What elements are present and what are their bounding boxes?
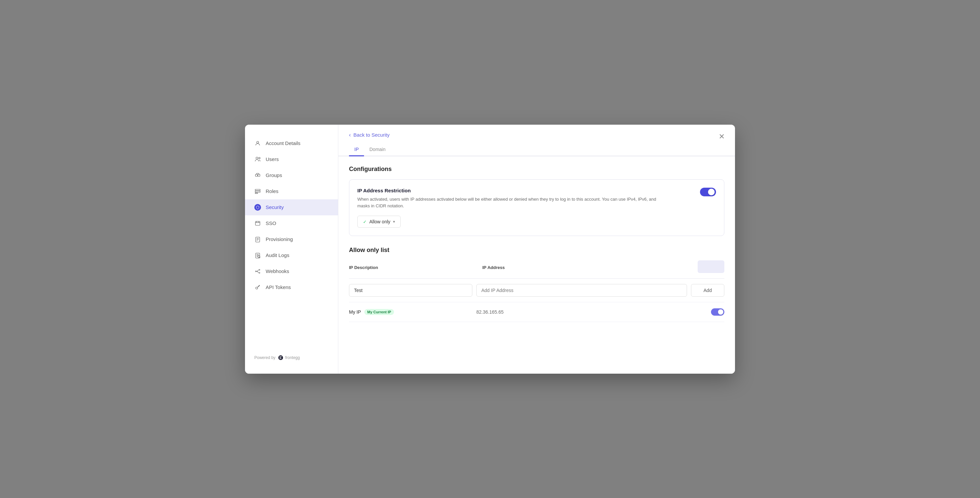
allow-mode-label: Allow only [369, 219, 390, 224]
sidebar-label-account-details: Account Details [266, 140, 300, 146]
back-to-security[interactable]: ‹ Back to Security [338, 125, 400, 138]
ip-restriction-title: IP Address Restriction [357, 188, 657, 193]
tab-domain-label: Domain [369, 147, 385, 152]
ip-restriction-card: IP Address Restriction When activated, u… [349, 179, 724, 236]
sidebar: Account Details Users Groups Roles [245, 125, 338, 374]
ip-restriction-desc: When activated, users with IP addresses … [357, 196, 657, 210]
sidebar-label-groups: Groups [266, 172, 282, 178]
row-toggle[interactable] [711, 308, 724, 316]
tabs-row: IP Domain [338, 143, 735, 156]
sidebar-item-api-tokens[interactable]: API Tokens [245, 279, 338, 295]
check-icon: ✓ [363, 220, 367, 224]
roles-icon [255, 188, 261, 195]
current-ip-badge: My Current IP [364, 309, 395, 315]
svg-point-1 [256, 157, 258, 159]
provisioning-icon [255, 236, 261, 243]
sidebar-item-account-details[interactable]: Account Details [245, 135, 338, 151]
svg-point-2 [259, 158, 260, 159]
svg-rect-12 [256, 237, 260, 242]
svg-point-0 [257, 141, 259, 143]
close-button[interactable]: ✕ [716, 131, 727, 142]
col-header-ip: IP Address [482, 265, 684, 270]
sso-icon [255, 220, 261, 227]
security-icon [255, 204, 261, 211]
api-tokens-icon [255, 284, 261, 291]
svg-rect-6 [255, 191, 260, 193]
sidebar-label-roles: Roles [266, 188, 278, 194]
ip-restriction-toggle[interactable] [700, 188, 716, 196]
svg-rect-4 [258, 174, 260, 176]
account-icon [255, 140, 261, 147]
row-description-cell: My IP My Current IP [349, 309, 473, 315]
main-content: ✕ ‹ Back to Security IP Domain Configura… [338, 125, 735, 374]
frontegg-logo: frontegg [278, 355, 300, 360]
powered-by-text: Powered by [255, 355, 275, 360]
webhooks-icon [255, 268, 261, 275]
svg-rect-8 [255, 221, 260, 225]
tab-ip[interactable]: IP [349, 143, 364, 156]
groups-icon [255, 172, 261, 179]
add-ip-row: Add [349, 278, 724, 302]
svg-rect-7 [255, 193, 258, 193]
users-icon [255, 156, 261, 163]
svg-point-22 [255, 270, 256, 272]
sidebar-item-users[interactable]: Users [245, 151, 338, 167]
svg-point-23 [259, 269, 260, 270]
sidebar-item-sso[interactable]: SSO [245, 215, 338, 231]
card-header: IP Address Restriction When activated, u… [357, 188, 716, 210]
back-chevron-icon: ‹ [349, 132, 351, 138]
col-header-description: IP Description [349, 265, 482, 270]
row-ip-cell: 82.36.165.65 [476, 309, 680, 315]
sidebar-label-provisioning: Provisioning [266, 236, 293, 242]
sidebar-label-webhooks: Webhooks [266, 268, 290, 274]
svg-point-24 [259, 272, 260, 273]
svg-point-25 [256, 287, 258, 289]
tab-ip-label: IP [354, 147, 359, 152]
row-description: My IP [349, 309, 361, 315]
sidebar-item-groups[interactable]: Groups [245, 167, 338, 183]
sidebar-item-audit-logs[interactable]: Audit Logs [245, 247, 338, 263]
svg-rect-5 [255, 189, 260, 191]
add-ip-button[interactable]: Add [691, 284, 724, 297]
sidebar-label-security: Security [266, 204, 284, 210]
audit-icon [255, 252, 261, 259]
allow-mode-dropdown[interactable]: ✓ Allow only ▾ [357, 216, 401, 228]
back-label: Back to Security [353, 132, 389, 138]
card-text: IP Address Restriction When activated, u… [357, 188, 657, 210]
chevron-down-icon: ▾ [393, 220, 395, 224]
tab-domain[interactable]: Domain [364, 143, 391, 156]
sidebar-item-provisioning[interactable]: Provisioning [245, 231, 338, 247]
modal-container: Account Details Users Groups Roles [245, 125, 735, 374]
allow-only-list-title: Allow only list [349, 247, 724, 254]
sidebar-item-webhooks[interactable]: Webhooks [245, 263, 338, 279]
powered-by: Powered by frontegg [245, 348, 338, 367]
configurations-title: Configurations [349, 165, 724, 173]
header-action-button[interactable] [698, 260, 724, 273]
row-action-cell [684, 308, 724, 316]
svg-rect-3 [255, 174, 257, 176]
col-header-action [684, 260, 724, 274]
list-header: IP Description IP Address [349, 260, 724, 278]
sidebar-item-roles[interactable]: Roles [245, 183, 338, 199]
ip-address-input[interactable] [476, 284, 687, 297]
sidebar-item-security[interactable]: Security [245, 199, 338, 215]
content-area: Configurations IP Address Restriction Wh… [338, 156, 735, 374]
sidebar-label-users: Users [266, 156, 278, 162]
sidebar-label-audit-logs: Audit Logs [266, 252, 290, 258]
table-row: My IP My Current IP 82.36.165.65 [349, 302, 724, 322]
ip-description-input[interactable] [349, 284, 473, 297]
sidebar-label-sso: SSO [266, 220, 276, 226]
sidebar-label-api-tokens: API Tokens [266, 284, 291, 290]
frontegg-name: frontegg [285, 355, 300, 360]
